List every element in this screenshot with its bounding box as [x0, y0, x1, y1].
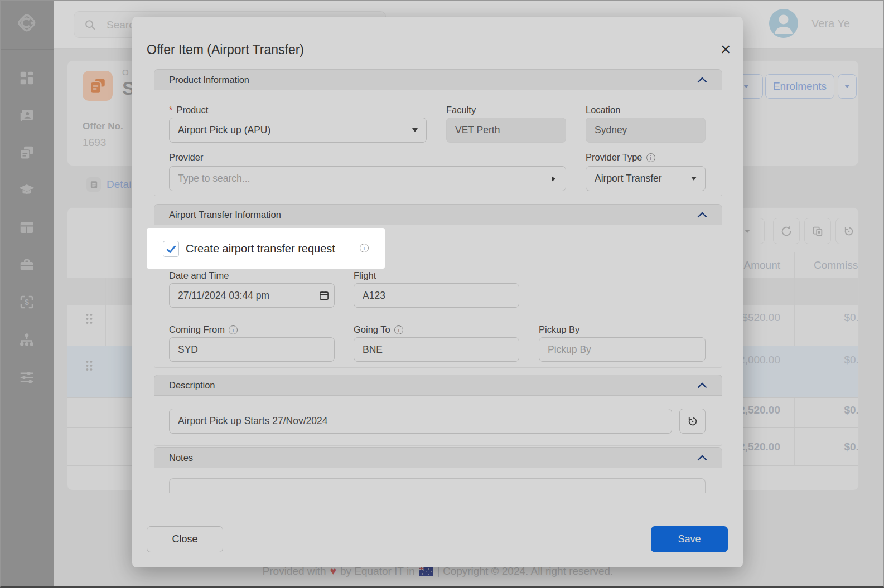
check-icon	[166, 244, 177, 255]
tour-spotlight: Create airport transfer request	[147, 228, 385, 269]
checkbox-label: Create airport transfer request	[186, 241, 335, 257]
info-icon[interactable]	[360, 244, 369, 252]
create-airport-transfer-request-checkbox[interactable]	[163, 241, 179, 257]
tour-dim-overlay	[0, 0, 884, 588]
app-window: $ Search Vera Ye O S Offer No. 1693	[0, 0, 884, 588]
